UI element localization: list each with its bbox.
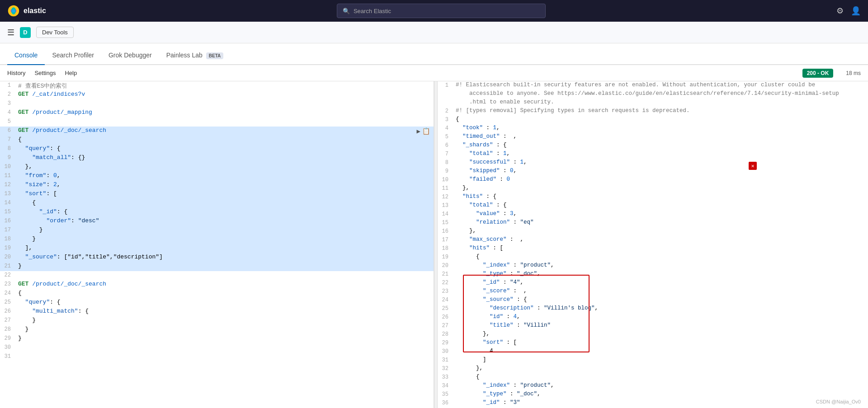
right-code-line: 13 "total" : { (438, 202, 868, 210)
line-content: } (16, 226, 434, 234)
line-number: 26 (0, 308, 16, 316)
notifications-icon[interactable]: ⚙ (836, 6, 844, 16)
user-icon[interactable]: 👤 (851, 6, 861, 16)
line-content: "_id" : "3" (454, 399, 868, 407)
line-number: 1 (0, 82, 16, 90)
right-code-line: 29 "sort" : [ (438, 339, 868, 347)
right-code-line: 15 "relation" : "eq" (438, 219, 868, 227)
line-number: 20 (438, 262, 454, 270)
right-code-line: 30 4 (438, 347, 868, 356)
line-content: # 查看ES中的索引 (16, 82, 434, 90)
line-content: { (16, 290, 434, 298)
line-number: 18 (438, 245, 454, 253)
line-content: "failed" : 0 (454, 176, 868, 184)
elastic-logo[interactable]: elastic (7, 5, 46, 17)
dev-tools-label[interactable]: Dev Tools (36, 27, 74, 38)
left-code-line: 3 (0, 99, 434, 108)
line-number: 2 (438, 108, 454, 115)
run-button[interactable]: ▶ (417, 127, 420, 135)
panel-divider[interactable] (434, 81, 438, 408)
settings-button[interactable]: Settings (34, 70, 56, 76)
left-code-line: 10 }, (0, 163, 434, 172)
hamburger-menu[interactable]: ☰ (7, 28, 14, 38)
line-number: 33 (438, 374, 454, 381)
right-code-line: 10 "failed" : 0 (438, 176, 868, 184)
line-number: 25 (0, 299, 16, 307)
top-navigation: elastic 🔍 Search Elastic ⚙ 👤 (0, 0, 868, 22)
line-number: 22 (0, 272, 16, 280)
elastic-logo-text: elastic (24, 7, 46, 15)
tab-console-label: Console (14, 52, 38, 59)
line-content: }, (454, 185, 868, 192)
right-code-line: 18 "hits" : [ (438, 244, 868, 253)
line-number: 11 (438, 185, 454, 192)
right-code-line: 11 }, (438, 184, 868, 193)
line-number (438, 99, 454, 107)
line-content: "size": 2, (16, 181, 434, 189)
line-content: "query": { (16, 299, 434, 307)
line-content: } (16, 263, 434, 271)
right-code-line: 24 "_source" : { (438, 296, 868, 305)
copy-button[interactable]: 📋 (422, 127, 430, 135)
line-number: 21 (438, 271, 454, 278)
help-button[interactable]: Help (65, 70, 77, 76)
line-number: 19 (0, 244, 16, 253)
response-time: 18 ms (846, 70, 861, 76)
line-content: "_source": ["id","title","description"] (16, 253, 434, 262)
line-content (16, 118, 434, 126)
line-content: { (454, 116, 868, 124)
line-content: 4 (454, 348, 868, 356)
line-content: "_score" : , (454, 288, 868, 295)
right-code-line: 5 "timed_out" : , (438, 133, 868, 141)
right-code-line: 1#! Elasticsearch built-in security feat… (438, 81, 868, 90)
left-code-line: 13 "sort": [ (0, 190, 434, 199)
line-number: 9 (438, 168, 454, 175)
tab-search-profiler[interactable]: Search Profiler (45, 46, 101, 65)
left-code-line: 2GET /_cat/indices?v (0, 90, 434, 99)
line-content: "multi_match": { (16, 308, 434, 316)
right-code-line: 23 "_score" : , (438, 287, 868, 296)
line-number: 16 (438, 228, 454, 235)
tab-painless-lab-label: Painless Lab (166, 52, 203, 59)
tab-painless-lab[interactable]: Painless Lab BETA (159, 46, 231, 65)
left-code-line: 24{ (0, 289, 434, 298)
line-number: 3 (438, 116, 454, 124)
close-response-button[interactable]: ✕ (749, 162, 757, 170)
line-content: "_type" : "_doc", (454, 391, 868, 399)
line-content: } (16, 317, 434, 325)
global-search-bar[interactable]: 🔍 Search Elastic (337, 4, 546, 18)
line-content: }, (454, 228, 868, 235)
left-code-line: 5 (0, 117, 434, 127)
right-code-line: accessible to anyone. See https://www.el… (438, 90, 868, 98)
right-output-panel[interactable]: ✕1#! Elasticsearch built-in security fea… (438, 81, 868, 408)
line-number: 11 (0, 172, 16, 180)
line-number: 3 (0, 100, 16, 108)
tab-console[interactable]: Console (7, 46, 45, 65)
elastic-logo-icon (7, 5, 20, 17)
line-number: 35 (438, 391, 454, 399)
line-content: "timed_out" : , (454, 133, 868, 141)
line-number: 16 (0, 217, 16, 225)
status-badge: 200 - OK (802, 69, 834, 78)
tabs-bar: Console Search Profiler Grok Debugger Pa… (0, 43, 868, 65)
line-content: "_source" : { (454, 296, 868, 304)
left-code-line: 6GET /product/_doc/_search ▶ 📋 (0, 127, 434, 136)
line-number: 19 (438, 253, 454, 261)
left-editor-panel[interactable]: 1# 查看ES中的索引2GET /_cat/indices?v34GET /pr… (0, 81, 434, 408)
line-number: 13 (438, 202, 454, 210)
search-bar-container: 🔍 Search Elastic (53, 4, 829, 18)
line-content: "match_all": {} (16, 154, 434, 162)
line-content: "order": "desc" (16, 217, 434, 225)
line-number: 36 (438, 399, 454, 407)
line-content: "skipped" : 0, (454, 168, 868, 175)
right-code-line: 2#! [types removal] Specifying types in … (438, 107, 868, 116)
left-code-line: 23GET /product/_doc/_search (0, 280, 434, 289)
tab-grok-debugger[interactable]: Grok Debugger (101, 46, 159, 65)
line-content: "hits" : [ (454, 245, 868, 253)
line-number: 26 (438, 314, 454, 321)
line-number: 12 (0, 181, 16, 189)
line-number: 17 (438, 236, 454, 244)
line-actions: ▶ 📋 (417, 127, 434, 135)
line-number: 4 (0, 109, 16, 117)
history-button[interactable]: History (7, 70, 25, 76)
